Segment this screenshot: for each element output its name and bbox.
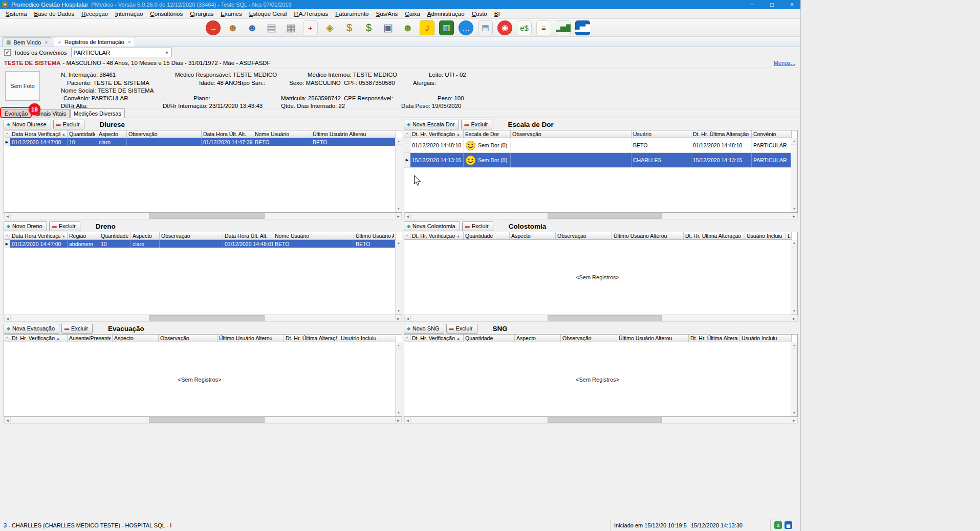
maximize-button[interactable]: □	[764, 0, 780, 9]
column-header-usua-rio-incluiu[interactable]: Usuário Incluiu	[339, 335, 396, 342]
print-icon[interactable]: ▦	[284, 20, 298, 35]
dreno-new-button[interactable]: ◆Novo Dreno	[4, 222, 47, 231]
column-header-observac-a-o[interactable]: Observação	[561, 335, 617, 342]
column-header-data-hora-verificac-a-o[interactable]: Data Hora Verificação▲	[10, 232, 68, 240]
scroll-up-icon[interactable]: ▲	[396, 138, 402, 145]
close-button[interactable]: ×	[783, 0, 800, 9]
tab-registros-de-internac-a-o[interactable]: ✓Registros de Internação×	[54, 37, 136, 47]
dreno-delete-button[interactable]: ▬Excluir	[49, 222, 80, 231]
scroll-up-icon[interactable]: ▲	[396, 240, 402, 247]
scrollbar-thumb[interactable]	[149, 213, 264, 219]
column-header-aspecto[interactable]: Aspecto	[97, 130, 127, 138]
column-header-ausente-presente[interactable]: Ausente/Presente	[68, 335, 113, 342]
column-header-nome-usua-rio[interactable]: Nome Usuário	[253, 130, 311, 138]
scroll-left-icon[interactable]: ◀	[4, 213, 11, 219]
column-header-quantidade[interactable]: Quantidade	[99, 232, 131, 240]
safe-icon[interactable]: ▣	[381, 20, 396, 35]
column-header-usua-rio-incluiu[interactable]: Usuário Incluiu	[740, 335, 792, 342]
scroll-left-icon[interactable]: ◀	[4, 417, 11, 423]
column-header-aspecto[interactable]: Aspecto	[113, 335, 159, 342]
scroll-right-icon[interactable]: ▶	[395, 417, 402, 423]
colostomia-vscrollbar[interactable]: ▲▼	[791, 240, 797, 315]
menu-item-sus-ans[interactable]: Sus/Ans	[373, 9, 402, 18]
column-header-observac-a-o[interactable]: Observação	[556, 232, 612, 240]
menu-item-estoque-geral[interactable]: Estoque Geral	[246, 9, 291, 18]
select-all-cell[interactable]: *	[404, 130, 410, 138]
menu-item-sistema[interactable]: Sistema	[2, 9, 31, 18]
sng-delete-button[interactable]: ▬Excluir	[446, 324, 477, 334]
select-all-cell[interactable]: *	[404, 232, 410, 240]
tab-close-icon[interactable]: ×	[45, 39, 48, 46]
column-header-data-hora-verificac-a-o[interactable]: Data Hora Verificação▲	[10, 130, 68, 138]
menu-item-exames[interactable]: Exames	[217, 9, 246, 18]
column-header-dt-hr-u-ltima-alterac-a-o[interactable]: Dt. Hr. Última Alteração	[691, 130, 752, 138]
select-all-cell[interactable]: *	[404, 335, 410, 342]
menu-item-base-de-dados[interactable]: Base de Dados	[31, 9, 78, 18]
column-header-conve-nio[interactable]: Convênio	[752, 130, 792, 138]
billing-icon[interactable]: $	[342, 20, 357, 35]
scroll-up-icon[interactable]: ▲	[791, 138, 797, 145]
select-all-cell[interactable]: *	[4, 335, 10, 342]
patients-icon[interactable]: ☻	[225, 20, 240, 35]
scroll-down-icon[interactable]: ▼	[396, 206, 402, 212]
dreno-hscrollbar[interactable]: ◀▶	[4, 315, 402, 322]
menu-item-p-a-terapias[interactable]: P.A./Terapias	[290, 9, 332, 18]
table-row[interactable]: 01/12/2020 14:48:10Sem Dor (0)BETO01/12/…	[404, 138, 791, 153]
chat-icon[interactable]: …	[459, 20, 473, 35]
exit-icon[interactable]: →	[206, 20, 221, 35]
column-header-aspecto[interactable]: Aspecto	[515, 335, 561, 342]
column-header-data-hora-u-lt-alt[interactable]: Data Hora Últ. Alt.	[202, 130, 253, 138]
column-header-data-hora-u-lt-alt[interactable]: Data Hora Últ. Alt.	[223, 232, 273, 240]
column-header-observac-a-o[interactable]: Observação	[127, 130, 202, 138]
colostomia-new-button[interactable]: ◆Nova Colostomia	[404, 222, 460, 231]
professionals-icon[interactable]: ☻	[245, 20, 259, 35]
scrollbar-thumb[interactable]	[548, 213, 662, 219]
scroll-right-icon[interactable]: ▶	[395, 213, 402, 219]
medical-records-icon[interactable]: ▤	[264, 20, 279, 35]
column-header-regia-o[interactable]: Região	[68, 232, 99, 240]
escala-dor-delete-button[interactable]: ▬Excluir	[461, 120, 492, 129]
dreno-vscrollbar[interactable]: ▲▼	[395, 240, 402, 315]
notes-icon[interactable]: ≡	[536, 20, 551, 35]
payments-icon[interactable]: $	[361, 20, 376, 35]
convenio-combobox[interactable]: PARTICULAR ▾	[71, 48, 172, 57]
minimize-button[interactable]: –	[744, 0, 760, 9]
column-header-quantidade[interactable]: Quantidade	[68, 130, 97, 138]
reports-icon[interactable]: ▤	[478, 20, 493, 35]
colostomia-delete-button[interactable]: ▬Excluir	[462, 222, 493, 231]
evacuacao-delete-button[interactable]: ▬Excluir	[61, 324, 93, 334]
menu-item-recepc-a-o[interactable]: Recepção	[78, 9, 112, 18]
menos-link[interactable]: Menos...	[774, 60, 795, 66]
menu-item-administrac-a-o[interactable]: Administração	[424, 9, 468, 18]
column-header-escala-de-dor[interactable]: Escala de Dor	[464, 130, 511, 138]
ambulance-icon[interactable]: +	[303, 20, 318, 35]
column-header-dt-hr[interactable]: Dt. Hr.	[786, 232, 792, 240]
column-header-dt-hr-verificac-a-o[interactable]: Dt. Hr. Verificação▲	[410, 232, 464, 240]
scrollbar-thumb[interactable]	[548, 315, 662, 321]
diurese-hscrollbar[interactable]: ◀▶	[4, 213, 402, 219]
table-row[interactable]: ▶15/12/2020 14:13:15Sem Dor (0)CHARLLES1…	[404, 153, 791, 168]
column-header-u-ltimo-usua-rio-alterou[interactable]: Último Usuário Alterou	[354, 232, 396, 240]
column-header-dt-hr-u-ltima-alterac-a-o[interactable]: Dt. Hr. Última Alteração	[689, 335, 740, 342]
bi-icon[interactable]: ▂▅▇	[575, 20, 590, 35]
scroll-down-icon[interactable]: ▼	[791, 308, 797, 315]
table-row[interactable]: ▶01/12/2020 14:47:0010claro01/12/2020 14…	[4, 138, 395, 146]
column-header-quantidade[interactable]: Quantidade	[464, 335, 515, 342]
escala-dor-new-button[interactable]: ◆Nova Escala Dor	[404, 120, 459, 129]
scroll-left-icon[interactable]: ◀	[404, 417, 411, 423]
scroll-down-icon[interactable]: ▼	[791, 206, 797, 212]
table-row[interactable]: ▶01/12/2020 14:47:00abdomem10claro01/12/…	[4, 240, 395, 248]
column-header-usua-rio[interactable]: Usuário	[631, 130, 691, 138]
scroll-right-icon[interactable]: ▶	[395, 315, 402, 321]
scrollbar-thumb[interactable]	[149, 315, 264, 321]
sng-hscrollbar[interactable]: ◀▶	[404, 417, 798, 424]
scroll-up-icon[interactable]: ▲	[396, 342, 402, 349]
column-header-u-ltimo-usua-rio-alterou[interactable]: Último Usuário Alterou	[612, 232, 684, 240]
diurese-new-button[interactable]: ◆Novo Diurese	[4, 120, 51, 129]
tab-bem-vindo[interactable]: ▦Bem Vindo×	[2, 37, 52, 47]
escala-dor-vscrollbar[interactable]: ▲▼	[791, 138, 797, 212]
scroll-down-icon[interactable]: ▼	[396, 410, 402, 416]
menu-item-consulto-rios[interactable]: Consultórios	[146, 9, 186, 18]
evacuacao-new-button[interactable]: ◆Nova Evacuação	[4, 324, 59, 334]
scrollbar-thumb[interactable]	[149, 417, 264, 423]
